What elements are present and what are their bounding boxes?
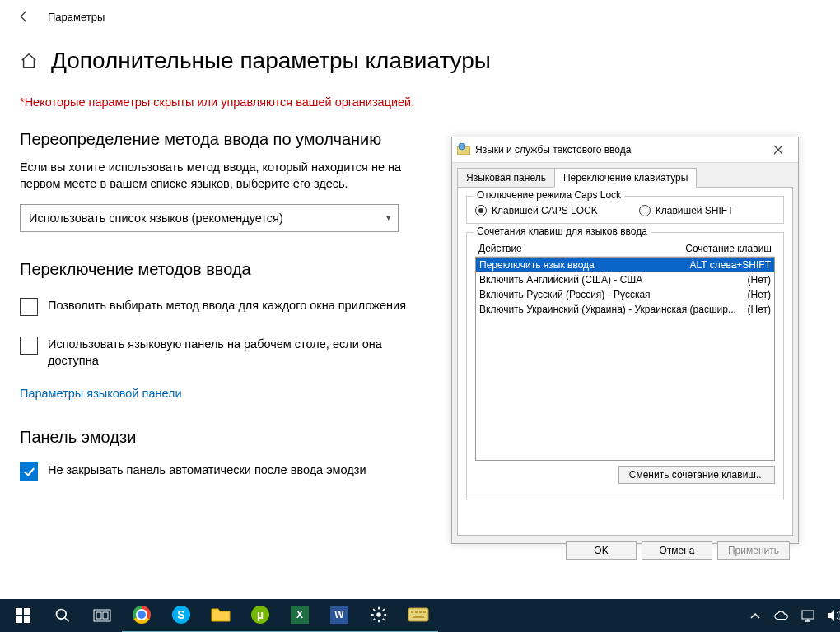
svg-rect-2 [16,608,22,615]
task-view-icon[interactable] [82,599,122,632]
svg-rect-10 [103,612,108,619]
svg-rect-15 [419,611,422,613]
section-override-body: Если вы хотите использовать метод ввода,… [20,159,415,193]
hotkeys-group-label: Сочетания клавиш для языков ввода [474,225,651,237]
taskbar: S µ X W [0,599,840,632]
utorrent-app-icon[interactable]: µ [240,598,280,632]
chrome-app-icon[interactable] [122,598,161,632]
col-keys: Сочетание клавиш [685,243,772,254]
hotkeys-list[interactable]: Переключить язык ввода ALT слева+SHIFT В… [475,257,775,461]
close-button[interactable] [763,141,793,159]
svg-rect-13 [411,611,413,613]
capslock-group-label: Отключение режима Caps Lock [474,189,624,201]
checkbox-per-window-label: Позволить выбирать метод ввода для каждо… [48,297,406,314]
back-button[interactable] [16,9,36,24]
radio-shift[interactable]: Клавишей SHIFT [639,205,734,216]
dropdown-value: Использовать список языков (рекомендуетс… [29,211,283,225]
svg-rect-12 [408,608,428,621]
svg-rect-4 [16,616,22,623]
ok-button[interactable]: OK [566,541,637,560]
svg-rect-3 [24,608,30,615]
radio-shift-label: Клавишей SHIFT [656,205,734,216]
page-title: Дополнительные параметры клавиатуры [51,48,491,74]
svg-line-7 [65,618,69,622]
skype-app-icon[interactable]: S [161,598,201,632]
radio-capslock[interactable]: Клавишей CAPS LOCK [475,205,598,216]
keyboard-locale-icon [457,143,470,156]
dialog-title: Языки и службы текстового ввода [475,144,763,156]
checkbox-langbar-label: Использовать языковую панель на рабочем … [48,336,432,369]
svg-point-11 [376,612,381,617]
svg-rect-16 [423,611,426,613]
cancel-button[interactable]: Отмена [642,541,712,560]
col-action: Действие [478,243,522,254]
chevron-down-icon: ▾ [386,212,391,223]
checkbox-langbar[interactable] [20,337,38,355]
change-key-sequence-button[interactable]: Сменить сочетание клавиш... [618,466,775,484]
svg-rect-17 [413,616,424,618]
list-item[interactable]: Переключить язык ввода ALT слева+SHIFT [476,258,774,272]
tray-network-icon[interactable] [800,608,815,623]
input-method-dropdown[interactable]: Использовать список языков (рекомендуетс… [20,204,399,232]
search-icon[interactable] [43,599,82,632]
tray-chevron-up-icon[interactable] [748,608,763,623]
tray-onedrive-icon[interactable] [774,608,789,623]
checkbox-emoji-autoclose-label: Не закрывать панель автоматически после … [48,462,366,478]
tab-language-bar[interactable]: Языковая панель [457,168,555,188]
checkbox-emoji-autoclose[interactable] [20,462,38,481]
explorer-app-icon[interactable] [201,598,240,632]
radio-capslock-label: Клавишей CAPS LOCK [492,205,598,216]
osk-app-icon[interactable] [399,598,438,632]
window-title: Параметры [48,11,105,23]
start-button[interactable] [3,599,43,632]
excel-app-icon[interactable]: X [280,598,320,632]
org-warning: *Некоторые параметры скрыты или управляю… [20,95,840,109]
text-services-dialog: Языки и службы текстового ввода Языковая… [451,137,799,544]
list-item[interactable]: Включить Английский (США) - США (Нет) [476,272,774,287]
radio-circle-icon [639,205,651,216]
svg-rect-14 [415,611,418,613]
svg-rect-9 [96,612,101,619]
svg-point-6 [57,610,67,620]
tab-keyboard-switching[interactable]: Переключение клавиатуры [554,168,697,188]
svg-rect-18 [802,611,814,619]
svg-rect-5 [24,616,30,623]
checkbox-per-window[interactable] [20,298,38,316]
radio-dot-icon [475,205,487,216]
apply-button[interactable]: Применить [717,541,790,560]
word-app-icon[interactable]: W [320,598,359,632]
list-item[interactable]: Включить Украинский (Украина) - Украинск… [476,302,774,317]
home-icon[interactable] [20,52,38,70]
list-item[interactable]: Включить Русский (Россия) - Русская (Нет… [476,287,774,302]
tray-volume-icon[interactable] [827,608,840,623]
svg-point-1 [459,143,465,150]
settings-app-icon[interactable] [359,598,399,632]
